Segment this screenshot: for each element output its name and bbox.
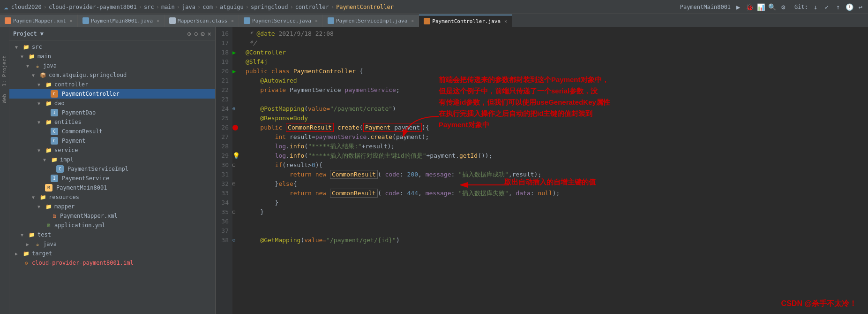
run-gutter-icon-2[interactable]: ▶ (232, 67, 236, 76)
close-icon[interactable]: × (157, 18, 159, 23)
service-icon (244, 17, 250, 24)
top-bar: ☁ cloud2020 › cloud-provider-payment8001… (0, 0, 868, 14)
tree-item-controller-folder[interactable]: ▼ 📁 controller (9, 80, 215, 89)
bc-main[interactable]: main (161, 4, 175, 10)
tree-label: controller (54, 81, 88, 88)
code-area[interactable]: 16 17 18 19 20 21 22 23 24 25 26 27 28 2… (216, 27, 868, 314)
close-icon[interactable]: × (504, 19, 507, 24)
settings-icon[interactable]: ⚙ (201, 30, 204, 38)
web-label[interactable]: Web (1, 94, 7, 103)
tree-item-payment-service[interactable]: I PaymentService (9, 174, 215, 183)
expand-arrow: ▼ (21, 232, 26, 237)
bookmark-icon[interactable]: ⊕ (232, 104, 236, 114)
bookmark-icon-2[interactable]: ⊕ (232, 236, 236, 245)
tree-label: impl (60, 156, 74, 163)
git-history[interactable]: 🕐 (846, 3, 853, 11)
profile-button[interactable]: 📊 (757, 3, 764, 11)
expand-all-icon[interactable]: ⊕ (187, 30, 191, 38)
tree-item-payment[interactable]: C Payment (9, 136, 215, 146)
fold-icon-3[interactable]: ⊟ (232, 207, 236, 217)
close-icon[interactable]: × (231, 18, 234, 23)
tree-item-java[interactable]: ▼ ☕ java (9, 61, 215, 70)
tree-item-dao-folder[interactable]: ▼ 📁 dao (9, 99, 215, 108)
tree-item-app-yml[interactable]: 🗎 application.yml (9, 221, 215, 230)
tree-item-test-java[interactable]: ▶ ☕ java (9, 239, 215, 249)
bc-module[interactable]: cloud-provider-payment8001 (49, 4, 137, 10)
callout-text-bottom: 取出自动插入的自增主键的值 (504, 177, 664, 187)
tree-item-service-folder[interactable]: ▼ 📁 service (9, 146, 215, 155)
tree-item-payment-dao[interactable]: I PaymentDao (9, 108, 215, 117)
close-icon[interactable]: × (315, 18, 318, 23)
fold-icon-2[interactable]: ⊟ (232, 179, 236, 189)
tab-label: PaymentServiceImpl.java (336, 18, 407, 24)
breadcrumb: cloud2020 › cloud-provider-payment8001 ›… (11, 4, 394, 10)
git-rollback[interactable]: ↩ (857, 3, 864, 11)
tab-mapper-scan[interactable]: MapperScan.class × (165, 15, 239, 27)
project-tree: ▼ 📁 src ▼ 📁 main ▼ ☕ java ▼ (9, 40, 215, 314)
folder-icon: 📁 (45, 203, 52, 210)
project-label[interactable]: 1: Project (1, 55, 7, 86)
code-editor[interactable]: * @date 2021/9/18 22:08 */ @Controller @… (242, 27, 868, 314)
close-sidebar-icon[interactable]: × (208, 30, 211, 38)
bc-src[interactable]: src (144, 4, 154, 10)
tree-label: PaymentService (62, 175, 109, 182)
bc-com[interactable]: com (202, 4, 213, 10)
tree-label: PaymentServiceImpl (67, 166, 128, 172)
bc-springcloud[interactable]: springcloud (251, 4, 288, 10)
tree-item-package[interactable]: ▼ 📦 com.atguigu.springcloud (9, 70, 215, 80)
tab-payment-controller[interactable]: PaymentController.java × (419, 15, 512, 27)
impl-icon (328, 17, 334, 24)
tab-payment-main[interactable]: PaymentMain8001.java × (78, 15, 165, 27)
collapse-all-icon[interactable]: ⊖ (194, 30, 198, 38)
tree-item-payment-main[interactable]: M PaymentMain8001 (9, 183, 215, 192)
expand-arrow: ▼ (15, 45, 21, 50)
tree-item-entities-folder[interactable]: ▼ 📁 entities (9, 117, 215, 127)
tab-payment-service[interactable]: PaymentService.java × (239, 15, 323, 27)
close-icon[interactable]: × (70, 18, 73, 23)
tree-item-test-folder[interactable]: ▼ 📁 test (9, 230, 215, 239)
tree-item-target[interactable]: ▶ 📁 target (9, 249, 215, 258)
tree-label: target (32, 250, 52, 257)
bc-atguigu[interactable]: atguigu (220, 4, 244, 10)
debug-button[interactable]: 🐞 (746, 3, 753, 11)
tree-item-mapper-xml[interactable]: 🗎 PaymentMapper.xml (9, 211, 215, 221)
settings-button[interactable]: ⚙ (779, 3, 787, 11)
tree-item-impl-folder[interactable]: ▼ 📁 impl (9, 155, 215, 164)
tree-label: java (43, 241, 57, 247)
controller-icon (424, 18, 430, 24)
tree-item-service-impl[interactable]: C PaymentServiceImpl (9, 164, 215, 174)
close-icon[interactable]: × (411, 18, 414, 23)
yml-file-icon: 🗎 (45, 222, 52, 229)
git-push[interactable]: ↑ (834, 3, 842, 11)
project-sidebar: Project ▼ ⊕ ⊖ ⚙ × ▼ 📁 src ▼ 📁 main (9, 27, 216, 314)
tab-payment-service-impl[interactable]: PaymentServiceImpl.java × (323, 15, 419, 27)
bc-java[interactable]: java (182, 4, 195, 10)
sidebar-actions: ⊕ ⊖ ⚙ × (187, 30, 211, 38)
code-line-18: @Controller (246, 48, 868, 57)
git-commit[interactable]: ✓ (823, 3, 831, 11)
code-line-38: @GetMapping(value="/payment/get/{id}") (246, 236, 868, 245)
fold-icon[interactable]: ⊟ (232, 161, 236, 170)
breakpoint-icon[interactable] (232, 125, 238, 130)
folder-icon: 📁 (39, 193, 47, 201)
xml-file-icon (5, 17, 11, 24)
expand-arrow: ▶ (15, 251, 21, 256)
tree-item-resources-folder[interactable]: ▼ 📁 resources (9, 192, 215, 202)
git-update[interactable]: ↓ (812, 3, 819, 11)
tree-item-mapper-folder[interactable]: ▼ 📁 mapper (9, 202, 215, 211)
tree-item-src[interactable]: ▼ 📁 src (9, 42, 215, 52)
tab-payment-mapper-xml[interactable]: PaymentMapper.xml × (0, 15, 78, 27)
bc-cloud2020[interactable]: cloud2020 (11, 4, 42, 10)
tab-label: PaymentController.java (432, 18, 501, 24)
tree-item-iml[interactable]: ⚙ cloud-provider-payment8001.iml (9, 258, 215, 268)
gutter: ▶ ▶ ⊕ 💡 ⊟ ⊟ ⊟ ⊕ (232, 27, 242, 314)
tree-item-payment-controller[interactable]: C PaymentController (9, 89, 215, 99)
expand-arrow: ▼ (37, 120, 43, 125)
search-everywhere[interactable]: 🔍 (768, 3, 776, 11)
run-button[interactable]: ▶ (734, 3, 742, 11)
run-gutter-icon[interactable]: ▶ (232, 48, 236, 57)
tree-item-common-result[interactable]: C CommonResult (9, 127, 215, 136)
bc-controller[interactable]: controller (295, 4, 329, 10)
dao-file-icon: I (51, 109, 58, 116)
tree-item-main[interactable]: ▼ 📁 main (9, 52, 215, 61)
